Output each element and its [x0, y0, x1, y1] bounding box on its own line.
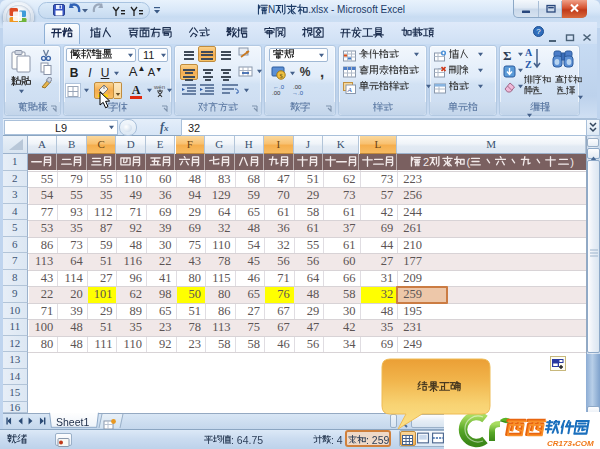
- svg-text:.00: .00: [272, 90, 281, 96]
- svg-text:→.0: →.0: [292, 90, 304, 96]
- svg-text:A: A: [525, 47, 533, 58]
- svg-text:?: ?: [536, 27, 541, 36]
- svg-text:wén: wén: [153, 84, 165, 90]
- svg-text:Z: Z: [525, 59, 532, 70]
- svg-text:A: A: [347, 86, 353, 94]
